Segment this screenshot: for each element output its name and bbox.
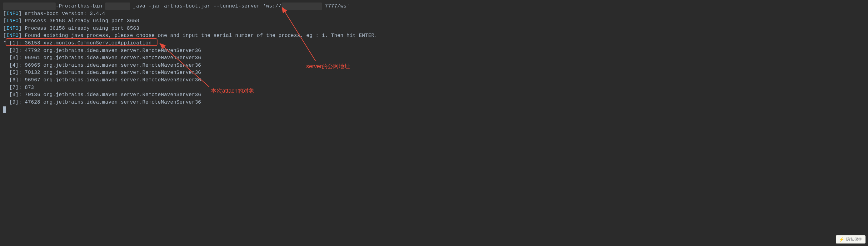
redacted-user: ████████ xyxy=(105,2,130,10)
process-line: [2]: 47792 org.jetbrains.idea.maven.serv… xyxy=(3,47,865,55)
selected-process-line: * [1]: 36158 xyz.montos.CommonServiceApp… xyxy=(3,40,865,47)
lightning-icon: ⚡ xyxy=(839,237,844,242)
terminal-output[interactable]: ████████████ ████-Pro:arthas-bin ███████… xyxy=(0,0,868,116)
process-line: [6]: 96967 org.jetbrains.idea.maven.serv… xyxy=(3,77,865,84)
info-line: [INFO] Found existing java process, plea… xyxy=(3,32,865,40)
text-cursor xyxy=(3,106,6,113)
info-line: [INFO] Process 36158 already using port … xyxy=(3,25,865,32)
watermark-text: 隐私保护 xyxy=(846,237,862,242)
info-line: [INFO] Process 36158 already using port … xyxy=(3,18,865,25)
cursor-line xyxy=(3,106,865,114)
watermark-badge: ⚡ 隐私保护 xyxy=(836,235,866,244)
process-line: [7]: 873 xyxy=(3,84,865,92)
process-line: [9]: 47628 org.jetbrains.idea.maven.serv… xyxy=(3,99,865,106)
process-line: [3]: 96961 org.jetbrains.idea.maven.serv… xyxy=(3,54,865,62)
prompt-line: ████████████ ████-Pro:arthas-bin ███████… xyxy=(3,2,865,10)
process-line: [5]: 70132 org.jetbrains.idea.maven.serv… xyxy=(3,69,865,77)
info-line: [INFO] arthas-boot version: 3.4.4 xyxy=(3,10,865,18)
process-line: [8]: 70136 org.jetbrains.idea.maven.serv… xyxy=(3,91,865,99)
redacted-hostname: ████████████ ████ xyxy=(3,2,56,10)
process-line: [4]: 96965 org.jetbrains.idea.maven.serv… xyxy=(3,62,865,70)
redacted-ip: ███ ██ ███ ██ xyxy=(281,2,322,10)
